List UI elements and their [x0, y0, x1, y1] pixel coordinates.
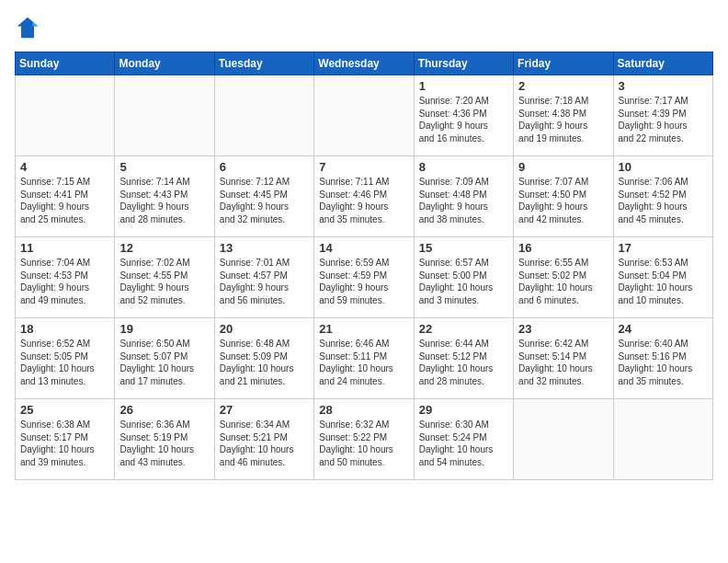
- day-info: Sunrise: 6:34 AM Sunset: 5:21 PM Dayligh…: [220, 419, 309, 468]
- calendar-cell: 16Sunrise: 6:55 AM Sunset: 5:02 PM Dayli…: [514, 237, 613, 318]
- day-number: 8: [419, 160, 508, 174]
- calendar-cell: 17Sunrise: 6:53 AM Sunset: 5:04 PM Dayli…: [613, 237, 712, 318]
- day-number: 11: [20, 241, 109, 255]
- day-info: Sunrise: 7:11 AM Sunset: 4:46 PM Dayligh…: [319, 176, 408, 225]
- calendar-cell: [314, 75, 414, 156]
- calendar-cell: 4Sunrise: 7:15 AM Sunset: 4:41 PM Daylig…: [16, 156, 115, 237]
- calendar-week-row-0: 1Sunrise: 7:20 AM Sunset: 4:36 PM Daylig…: [16, 75, 713, 156]
- calendar-cell: 12Sunrise: 7:02 AM Sunset: 4:55 PM Dayli…: [115, 237, 214, 318]
- calendar-header-friday: Friday: [514, 52, 613, 75]
- calendar-week-row-2: 11Sunrise: 7:04 AM Sunset: 4:53 PM Dayli…: [16, 237, 713, 318]
- day-info: Sunrise: 6:57 AM Sunset: 5:00 PM Dayligh…: [419, 257, 508, 306]
- day-number: 15: [419, 241, 508, 255]
- day-number: 2: [518, 79, 608, 93]
- calendar-cell: 23Sunrise: 6:42 AM Sunset: 5:14 PM Dayli…: [514, 318, 613, 399]
- calendar-cell: 2Sunrise: 7:18 AM Sunset: 4:38 PM Daylig…: [514, 75, 613, 156]
- calendar-cell: 28Sunrise: 6:32 AM Sunset: 5:22 PM Dayli…: [314, 399, 414, 480]
- day-number: 25: [20, 403, 109, 417]
- day-info: Sunrise: 7:15 AM Sunset: 4:41 PM Dayligh…: [20, 176, 109, 225]
- day-info: Sunrise: 6:40 AM Sunset: 5:16 PM Dayligh…: [619, 338, 708, 387]
- logo: [15, 15, 44, 40]
- calendar-cell: [115, 75, 214, 156]
- calendar-table: SundayMondayTuesdayWednesdayThursdayFrid…: [15, 52, 713, 480]
- day-number: 7: [319, 160, 408, 174]
- calendar-cell: 14Sunrise: 6:59 AM Sunset: 4:59 PM Dayli…: [314, 237, 414, 318]
- calendar-cell: [214, 75, 313, 156]
- calendar-cell: 7Sunrise: 7:11 AM Sunset: 4:46 PM Daylig…: [314, 156, 414, 237]
- day-info: Sunrise: 6:55 AM Sunset: 5:02 PM Dayligh…: [518, 257, 608, 306]
- calendar-header-row: SundayMondayTuesdayWednesdayThursdayFrid…: [16, 52, 713, 75]
- calendar-cell: 25Sunrise: 6:38 AM Sunset: 5:17 PM Dayli…: [16, 399, 115, 480]
- calendar-header-tuesday: Tuesday: [214, 52, 313, 75]
- day-number: 3: [619, 79, 708, 93]
- day-info: Sunrise: 7:07 AM Sunset: 4:50 PM Dayligh…: [518, 176, 608, 225]
- calendar-cell: 26Sunrise: 6:36 AM Sunset: 5:19 PM Dayli…: [115, 399, 214, 480]
- day-info: Sunrise: 7:18 AM Sunset: 4:38 PM Dayligh…: [518, 95, 608, 144]
- day-number: 5: [119, 160, 209, 174]
- calendar-cell: 22Sunrise: 6:44 AM Sunset: 5:12 PM Dayli…: [414, 318, 513, 399]
- calendar-week-row-3: 18Sunrise: 6:52 AM Sunset: 5:05 PM Dayli…: [16, 318, 713, 399]
- day-info: Sunrise: 7:12 AM Sunset: 4:45 PM Dayligh…: [220, 176, 309, 225]
- calendar-cell: 21Sunrise: 6:46 AM Sunset: 5:11 PM Dayli…: [314, 318, 414, 399]
- calendar-header-monday: Monday: [115, 52, 214, 75]
- day-info: Sunrise: 7:17 AM Sunset: 4:39 PM Dayligh…: [619, 95, 708, 144]
- day-number: 24: [619, 322, 708, 336]
- day-info: Sunrise: 7:01 AM Sunset: 4:57 PM Dayligh…: [220, 257, 309, 306]
- day-number: 4: [20, 160, 109, 174]
- day-number: 21: [319, 322, 408, 336]
- calendar-header-wednesday: Wednesday: [314, 52, 414, 75]
- day-number: 10: [619, 160, 708, 174]
- day-info: Sunrise: 6:46 AM Sunset: 5:11 PM Dayligh…: [319, 338, 408, 387]
- day-info: Sunrise: 6:48 AM Sunset: 5:09 PM Dayligh…: [220, 338, 309, 387]
- calendar-header-saturday: Saturday: [613, 52, 712, 75]
- calendar-week-row-1: 4Sunrise: 7:15 AM Sunset: 4:41 PM Daylig…: [16, 156, 713, 237]
- calendar-cell: 9Sunrise: 7:07 AM Sunset: 4:50 PM Daylig…: [514, 156, 613, 237]
- day-number: 12: [119, 241, 209, 255]
- calendar-cell: 11Sunrise: 7:04 AM Sunset: 4:53 PM Dayli…: [16, 237, 115, 318]
- day-number: 1: [419, 79, 508, 93]
- calendar-cell: 6Sunrise: 7:12 AM Sunset: 4:45 PM Daylig…: [214, 156, 313, 237]
- calendar-cell: 19Sunrise: 6:50 AM Sunset: 5:07 PM Dayli…: [115, 318, 214, 399]
- day-number: 17: [619, 241, 708, 255]
- day-info: Sunrise: 6:30 AM Sunset: 5:24 PM Dayligh…: [419, 419, 508, 468]
- logo-icon: [15, 15, 40, 40]
- calendar-cell: 3Sunrise: 7:17 AM Sunset: 4:39 PM Daylig…: [613, 75, 712, 156]
- day-info: Sunrise: 6:38 AM Sunset: 5:17 PM Dayligh…: [20, 419, 109, 468]
- day-info: Sunrise: 6:42 AM Sunset: 5:14 PM Dayligh…: [518, 338, 608, 387]
- page: SundayMondayTuesdayWednesdayThursdayFrid…: [0, 0, 728, 489]
- day-number: 16: [518, 241, 608, 255]
- day-number: 26: [119, 403, 209, 417]
- day-info: Sunrise: 7:02 AM Sunset: 4:55 PM Dayligh…: [119, 257, 209, 306]
- calendar-header-sunday: Sunday: [16, 52, 115, 75]
- calendar-cell: 5Sunrise: 7:14 AM Sunset: 4:43 PM Daylig…: [115, 156, 214, 237]
- day-number: 22: [419, 322, 508, 336]
- calendar-header-thursday: Thursday: [414, 52, 513, 75]
- day-number: 9: [518, 160, 608, 174]
- day-info: Sunrise: 6:53 AM Sunset: 5:04 PM Dayligh…: [619, 257, 708, 306]
- day-number: 29: [419, 403, 508, 417]
- day-number: 19: [119, 322, 209, 336]
- calendar-cell: 13Sunrise: 7:01 AM Sunset: 4:57 PM Dayli…: [214, 237, 313, 318]
- calendar-cell: 24Sunrise: 6:40 AM Sunset: 5:16 PM Dayli…: [613, 318, 712, 399]
- header: [15, 15, 713, 40]
- day-info: Sunrise: 6:50 AM Sunset: 5:07 PM Dayligh…: [119, 338, 209, 387]
- calendar-cell: [613, 399, 712, 480]
- day-info: Sunrise: 7:20 AM Sunset: 4:36 PM Dayligh…: [419, 95, 508, 144]
- day-number: 23: [518, 322, 608, 336]
- day-number: 27: [220, 403, 309, 417]
- day-number: 18: [20, 322, 109, 336]
- calendar-cell: 18Sunrise: 6:52 AM Sunset: 5:05 PM Dayli…: [16, 318, 115, 399]
- calendar-cell: 15Sunrise: 6:57 AM Sunset: 5:00 PM Dayli…: [414, 237, 513, 318]
- day-info: Sunrise: 6:59 AM Sunset: 4:59 PM Dayligh…: [319, 257, 408, 306]
- calendar-cell: [514, 399, 613, 480]
- calendar-cell: 8Sunrise: 7:09 AM Sunset: 4:48 PM Daylig…: [414, 156, 513, 237]
- day-info: Sunrise: 7:09 AM Sunset: 4:48 PM Dayligh…: [419, 176, 508, 225]
- day-info: Sunrise: 6:52 AM Sunset: 5:05 PM Dayligh…: [20, 338, 109, 387]
- day-number: 28: [319, 403, 408, 417]
- calendar-cell: 1Sunrise: 7:20 AM Sunset: 4:36 PM Daylig…: [414, 75, 513, 156]
- day-number: 20: [220, 322, 309, 336]
- calendar-cell: 27Sunrise: 6:34 AM Sunset: 5:21 PM Dayli…: [214, 399, 313, 480]
- svg-marker-0: [17, 17, 38, 38]
- calendar-cell: [16, 75, 115, 156]
- day-number: 14: [319, 241, 408, 255]
